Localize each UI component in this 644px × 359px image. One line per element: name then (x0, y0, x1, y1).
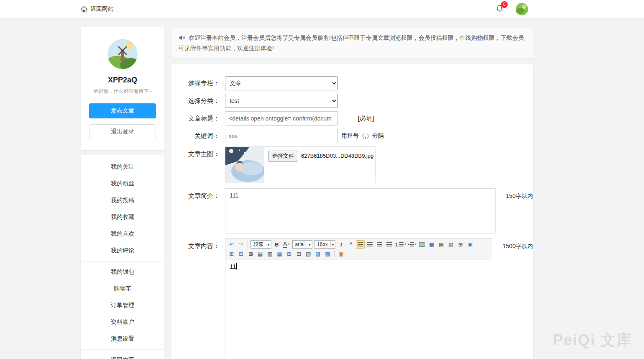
summary-hint: 150字以内 (506, 188, 533, 200)
italic-icon[interactable]: I (337, 240, 345, 249)
sidebar-item-comments[interactable]: 我的评论 (81, 242, 164, 259)
align-right-icon[interactable] (375, 240, 384, 249)
table-insert-row-above-icon[interactable]: ⊞ (227, 249, 236, 258)
insert-image-icon[interactable] (418, 240, 427, 249)
title-input[interactable] (225, 111, 338, 126)
column-label: 选择专栏： (186, 79, 220, 87)
thumbnail-image (225, 147, 264, 183)
sidebar-item-orders[interactable]: 订单管理 (81, 297, 164, 314)
table-delete-row-icon[interactable]: ⊟ (237, 249, 245, 258)
menu-divider (81, 349, 164, 350)
keywords-row: 关键词： 用逗号（,）分隔 (186, 129, 533, 143)
page-layout: XPP2aQ 他很懒，什么都没有留下~ 发布文章 退出登录 我的关注 我的粉丝 … (81, 27, 644, 359)
publish-article-button[interactable]: 发布文章 (89, 103, 156, 118)
column-row: 选择专栏： 文章 (186, 76, 533, 90)
sidebar-menu: 我的关注 我的粉丝 我的投稿 我的收藏 我的喜欢 我的评论 我的钱包 购物车 订… (81, 155, 164, 359)
sidebar-item-follows[interactable]: 我的关注 (81, 159, 164, 175)
editor-toolbar: ↶ ↷ 段落 B A arial 16px I ❝ (225, 239, 492, 259)
unordered-list-icon[interactable]: • (407, 240, 417, 249)
font-color-glyph: A (283, 241, 287, 248)
font-size-value: 16px (317, 241, 328, 247)
align-center-icon[interactable] (365, 240, 374, 249)
main-image-uploader: 选择文件 627B6185D03...DD48DB9.jpg (225, 146, 376, 183)
sidebar-item-submissions[interactable]: 我的投稿 (81, 192, 164, 209)
font-family-select[interactable]: arial (292, 240, 312, 249)
sidebar-item-cart[interactable]: 购物车 (81, 280, 164, 297)
main-image-row: 文章主图： (186, 146, 533, 183)
notice-text: 欢迎注册本站会员，注册会员后您将享受专属会员服务!包括但不限于专属文章浏览权限，… (179, 34, 524, 51)
sidebar: XPP2aQ 他很懒，什么都没有留下~ 发布文章 退出登录 我的关注 我的粉丝 … (81, 27, 164, 359)
notifications-button[interactable]: 0 (496, 4, 504, 14)
keywords-hint: 用逗号（,）分隔 (341, 132, 384, 140)
keywords-label: 关键词： (186, 132, 220, 140)
topbar-user-avatar[interactable] (516, 3, 528, 15)
font-size-select[interactable]: 16px (314, 240, 336, 249)
sidebar-item-favorites[interactable]: 我的收藏 (81, 209, 164, 226)
profile-avatar-image (107, 39, 138, 69)
topbar: 返回网站 0 (0, 0, 644, 19)
table-footer-icon[interactable]: ▩ (323, 249, 332, 258)
back-to-site-link[interactable]: 返回网站 (81, 5, 114, 13)
main-image-label: 文章主图： (186, 146, 220, 158)
required-hint: [必填] (358, 115, 374, 123)
column-select[interactable]: 文章 (225, 76, 338, 90)
editor-toolbar-row2: ⊞ ⊟ ⊠ ▤ ▥ ▦ ⊞ ⊟ ▧ ▨ ▩ ▣ (227, 249, 491, 258)
sidebar-item-fans[interactable]: 我的粉丝 (81, 175, 164, 192)
summary-textarea[interactable]: 111 (225, 188, 496, 233)
table-insert-col-right-icon[interactable]: ▥ (266, 249, 274, 258)
content-row: 文章内容： ↶ ↷ 段落 B A arial 16px I (186, 238, 533, 359)
insert-media-icon[interactable]: ▧ (447, 240, 455, 249)
text-caret (236, 263, 237, 269)
main-content: 欢迎注册本站会员，注册会员后您将享受专属会员服务!包括但不限于专属文章浏览权限，… (171, 27, 533, 359)
justify-icon[interactable] (385, 240, 394, 249)
table-row-props-icon[interactable]: ⊟ (294, 249, 303, 258)
file-input-area: 选择文件 627B6185D03...DD48DB9.jpg (264, 147, 378, 183)
sidebar-item-likes[interactable]: 我的喜欢 (81, 226, 164, 242)
bold-icon[interactable]: B (273, 240, 281, 249)
align-left-icon[interactable] (356, 240, 365, 249)
article-thumbnail (225, 147, 264, 183)
sidebar-item-message-settings[interactable]: 消息设置 (81, 331, 164, 347)
insert-table-icon[interactable]: ▦ (427, 240, 436, 249)
user-bio: 他很懒，什么都没有留下~ (89, 88, 156, 95)
font-color-icon[interactable]: A (282, 240, 291, 249)
logout-button[interactable]: 退出登录 (89, 124, 156, 139)
back-to-site-label: 返回网站 (90, 5, 114, 13)
table-split-cell-icon[interactable]: ⊞ (285, 249, 294, 258)
editor-content-area[interactable]: 11 (225, 259, 492, 359)
notification-badge: 0 (501, 1, 508, 8)
paste-icon[interactable]: ▣ (337, 249, 345, 258)
chevron-down-icon (266, 241, 271, 247)
title-row: 文章标题： [必填] (186, 111, 533, 126)
menu-divider (81, 261, 164, 262)
username: XPP2aQ (89, 76, 156, 85)
content-hint: 1500字以内 (503, 238, 533, 250)
redo-icon[interactable]: ↷ (237, 240, 245, 249)
insert-code-icon[interactable]: ⊞ (456, 240, 465, 249)
category-select[interactable]: test (225, 94, 338, 108)
topbar-right: 0 (496, 3, 528, 15)
insert-grid-icon[interactable]: ▤ (437, 240, 446, 249)
blockquote-icon[interactable]: ❝ (346, 240, 355, 249)
undo-icon[interactable]: ↶ (227, 240, 236, 249)
table-insert-col-left-icon[interactable]: ▤ (256, 249, 265, 258)
profile-avatar (107, 39, 138, 69)
file-select-button[interactable]: 选择文件 (268, 151, 298, 162)
sidebar-item-account[interactable]: 资料账户 (81, 314, 164, 331)
fullscreen-icon[interactable]: ▣ (466, 240, 475, 249)
editor-toolbar-row1: ↶ ↷ 段落 B A arial 16px I ❝ (227, 240, 491, 249)
toolbar-separator (334, 250, 335, 257)
ordered-list-icon[interactable]: 1. (394, 240, 406, 249)
chevron-down-icon (307, 241, 312, 247)
sidebar-item-wallet[interactable]: 我的钱包 (81, 264, 164, 280)
paragraph-format-select[interactable]: 段落 (250, 240, 271, 249)
table-cell-props-icon[interactable]: ▧ (304, 249, 313, 258)
category-label: 选择分类： (186, 97, 220, 105)
speaker-icon (179, 35, 185, 41)
table-merge-cells-icon[interactable]: ▦ (275, 249, 284, 258)
content-label: 文章内容： (186, 238, 220, 250)
table-delete-icon[interactable]: ⊠ (246, 249, 255, 258)
table-header-icon[interactable]: ▨ (314, 249, 322, 258)
keywords-input[interactable] (225, 129, 338, 143)
sidebar-item-home[interactable]: 返回主页 (81, 352, 164, 359)
